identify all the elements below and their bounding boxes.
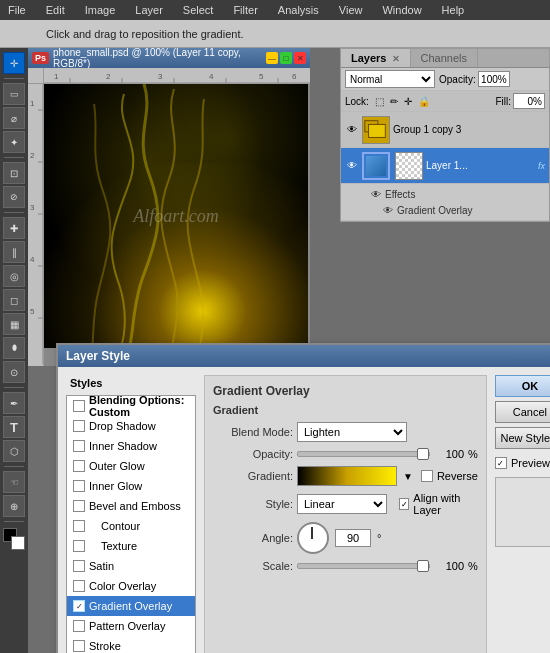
style-item-8[interactable]: Satin [67, 556, 195, 576]
style-item-2[interactable]: Inner Shadow [67, 436, 195, 456]
scale-label: Scale: [213, 560, 293, 572]
preview-checkbox[interactable]: ✓ [495, 457, 507, 469]
canvas-area: Ps phone_small.psd @ 100% (Layer 11 copy… [28, 48, 550, 653]
style-item-6[interactable]: Contour [67, 516, 195, 536]
style-label-8: Satin [89, 560, 114, 572]
fg-bg-colors[interactable] [3, 528, 25, 550]
eye-icon-gradient[interactable]: 👁 [383, 205, 393, 216]
gradient-icon: ▦ [10, 319, 19, 330]
menu-edit[interactable]: Edit [42, 2, 69, 18]
tool-options-bar: Click and drag to reposition the gradien… [0, 20, 550, 48]
layer-item-current[interactable]: 👁 Layer 1... fx [341, 148, 549, 184]
pen-tool[interactable]: ✒ [3, 392, 25, 414]
gradient-dropdown-arrow[interactable]: ▼ [403, 471, 413, 482]
maximize-button[interactable]: □ [280, 52, 292, 64]
svg-text:5: 5 [30, 307, 35, 316]
lasso-tool[interactable]: ⌀ [3, 107, 25, 129]
angle-dial-line [311, 527, 313, 539]
scale-slider[interactable] [297, 563, 430, 569]
move-tool[interactable]: ✛ [3, 52, 25, 74]
gradient-style-select[interactable]: Linear [297, 494, 387, 514]
style-item-3[interactable]: Outer Glow [67, 456, 195, 476]
hand-tool[interactable]: ☜ [3, 471, 25, 493]
menu-image[interactable]: Image [81, 2, 120, 18]
gradient-preview[interactable] [297, 466, 397, 486]
new-style-button[interactable]: New Style... [495, 427, 550, 449]
magic-wand-tool[interactable]: ✦ [3, 131, 25, 153]
menu-analysis[interactable]: Analysis [274, 2, 323, 18]
layer-eye-group[interactable]: 👁 [345, 123, 359, 137]
dodge-tool[interactable]: ⊙ [3, 361, 25, 383]
close-button[interactable]: ✕ [294, 52, 306, 64]
style-item-12[interactable]: Stroke [67, 636, 195, 653]
reverse-checkbox[interactable] [421, 470, 433, 482]
minimize-button[interactable]: — [266, 52, 278, 64]
healing-icon: ✚ [10, 223, 18, 234]
shape-tool[interactable]: ⬡ [3, 440, 25, 462]
preview-checkmark: ✓ [497, 459, 504, 468]
style-item-11[interactable]: Pattern Overlay [67, 616, 195, 636]
svg-text:4: 4 [209, 72, 214, 81]
gradient-blend-mode-select[interactable]: Lighten [297, 422, 407, 442]
menu-layer[interactable]: Layer [131, 2, 167, 18]
menu-filter[interactable]: Filter [229, 2, 261, 18]
clone-tool[interactable]: ◎ [3, 265, 25, 287]
canvas-content: 1 2 3 4 5 [28, 84, 310, 366]
layer-style-dialog: Layer Style Styles Blending Options: Cus… [56, 343, 550, 653]
text-tool[interactable]: T [3, 416, 25, 438]
lock-position-icon[interactable]: ✛ [404, 96, 412, 107]
eraser-tool[interactable]: ◻ [3, 289, 25, 311]
angle-symbol: ° [377, 532, 381, 544]
fill-input[interactable] [513, 93, 545, 109]
marquee-icon: ▭ [10, 89, 19, 99]
align-layer-checkbox[interactable]: ✓ [399, 498, 409, 510]
layer-thumb-blue [362, 152, 390, 180]
menu-select[interactable]: Select [179, 2, 218, 18]
cancel-button[interactable]: Cancel [495, 401, 550, 423]
brush-tool[interactable]: ∥ [3, 241, 25, 263]
brush-icon: ∥ [12, 247, 17, 258]
style-item-7[interactable]: Texture [67, 536, 195, 556]
lock-transparent-icon[interactable]: ⬚ [375, 96, 384, 107]
blend-mode-row: Blend Mode: Lighten [213, 422, 478, 442]
crop-tool[interactable]: ⊡ [3, 162, 25, 184]
layers-tab-close[interactable]: ✕ [392, 54, 400, 64]
angle-row: Angle: ° [213, 522, 478, 554]
angle-value-input[interactable] [335, 529, 371, 547]
style-item-1[interactable]: Drop Shadow [67, 416, 195, 436]
layer-name-group: Group 1 copy 3 [393, 124, 545, 135]
opacity-input[interactable] [478, 71, 510, 87]
lock-image-icon[interactable]: ✏ [390, 96, 398, 107]
styles-list: Blending Options: CustomDrop ShadowInner… [66, 395, 196, 653]
scale-slider-thumb[interactable] [417, 560, 429, 572]
channels-tab[interactable]: Channels [411, 49, 478, 67]
menu-window[interactable]: Window [378, 2, 425, 18]
eyedropper-tool[interactable]: ⊘ [3, 186, 25, 208]
style-item-4[interactable]: Inner Glow [67, 476, 195, 496]
layer-item-group[interactable]: 👁 Group 1 copy 3 [341, 112, 549, 148]
blend-mode-select[interactable]: Normal [345, 70, 435, 88]
style-item-9[interactable]: Color Overlay [67, 576, 195, 596]
style-item-0[interactable]: Blending Options: Custom [67, 396, 195, 416]
style-item-5[interactable]: Bevel and Emboss [67, 496, 195, 516]
gradient-tool[interactable]: ▦ [3, 313, 25, 335]
lock-all-icon[interactable]: 🔒 [418, 96, 430, 107]
gradient-subsection-title: Gradient [213, 404, 478, 416]
menu-view[interactable]: View [335, 2, 367, 18]
zoom-tool[interactable]: ⊕ [3, 495, 25, 517]
layer-eye-current[interactable]: 👁 [345, 159, 359, 173]
angle-dial[interactable] [297, 522, 329, 554]
style-item-10[interactable]: ✓Gradient Overlay [67, 596, 195, 616]
healing-tool[interactable]: ✚ [3, 217, 25, 239]
marquee-tool[interactable]: ▭ [3, 83, 25, 105]
gradient-opacity-thumb[interactable] [417, 448, 429, 460]
gradient-opacity-slider[interactable] [297, 451, 430, 457]
ok-button[interactable]: OK [495, 375, 550, 397]
blur-tool[interactable]: ⬮ [3, 337, 25, 359]
menu-help[interactable]: Help [438, 2, 469, 18]
eye-icon-effects[interactable]: 👁 [371, 189, 381, 200]
menu-file[interactable]: File [4, 2, 30, 18]
angle-dial-container: ° [297, 522, 381, 554]
layers-tab[interactable]: Layers ✕ [341, 49, 411, 67]
gradient-opacity-value: 100 [434, 448, 464, 460]
